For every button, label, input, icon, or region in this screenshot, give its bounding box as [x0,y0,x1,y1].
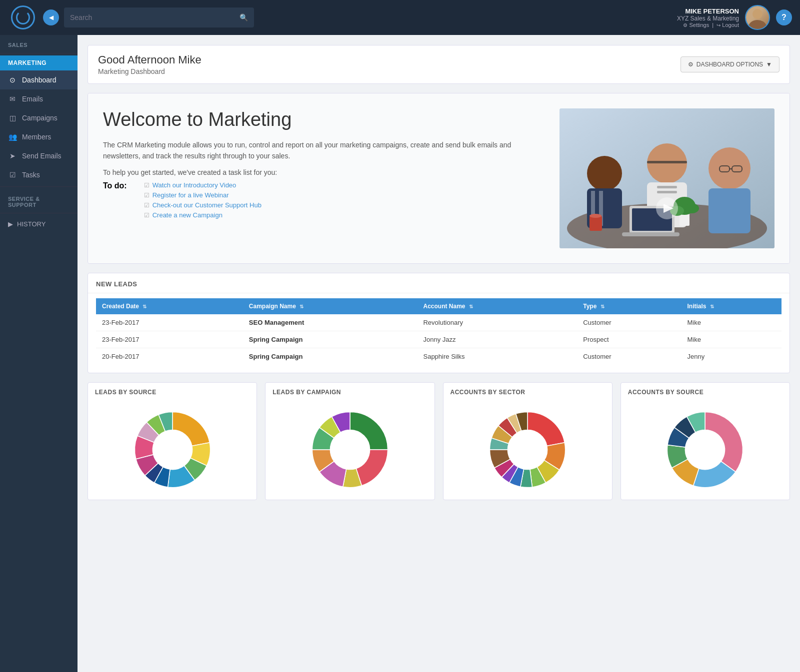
chart-accounts-by-source: ACCOUNTS BY SOURCE [620,382,790,500]
sort-icon: ⇅ [469,304,473,309]
sidebar-item-label: Send Emails [22,152,62,160]
divider-service [0,186,78,187]
cell-campaign-name: Spring Campaign [243,331,418,348]
welcome-banner-card: Welcome to Marketing The CRM Marketing m… [88,93,790,264]
welcome-text: Welcome to Marketing The CRM Marketing m… [103,108,560,248]
content-area: Good Afternoon Mike Marketing Dashboard … [78,35,800,672]
sidebar-section-marketing: MARKETING [0,55,78,70]
nav-back-button[interactable]: ◀ [43,9,59,25]
col-campaign-name[interactable]: Campaign Name ⇅ [243,298,418,314]
cell-created-date: 23-Feb-2017 [96,314,243,331]
sort-icon: ⇅ [600,304,604,309]
list-item[interactable]: ☑Watch our Introductory Video [144,181,262,189]
cell-campaign-name: SEO Management [243,314,418,331]
page-header-text: Good Afternoon Mike Marketing Dashboard [98,53,202,75]
list-item[interactable]: ☑Register for a live Webinar [144,191,262,199]
svg-rect-12 [657,191,677,193]
avatar [745,5,770,30]
logout-link[interactable]: Logout [722,22,739,28]
user-name: MIKE PETERSON [677,7,739,15]
cell-campaign-name: Spring Campaign [243,348,418,365]
sidebar-section-sales: SALES [0,35,78,51]
svg-point-1 [748,20,766,29]
table-row[interactable]: 20-Feb-2017 Spring Campaign Sapphire Sil… [96,348,782,365]
search-icon: 🔍 [240,13,248,21]
svg-point-0 [752,9,762,19]
sidebar-item-dashboard[interactable]: ⊙ Dashboard [0,70,78,89]
svg-rect-20 [622,232,680,236]
check-icon: ☑ [144,202,150,209]
chart-accounts-by-sector: ACCOUNTS BY SECTOR [443,382,612,500]
settings-link[interactable]: Settings [689,22,709,28]
sidebar: SALES MARKETING ⊙ Dashboard ✉ Emails ◫ C… [0,35,78,672]
sidebar-item-emails[interactable]: ✉ Emails [0,89,78,108]
check-icon: ☑ [144,212,150,219]
sort-icon: ⇅ [300,304,304,309]
sidebar-item-history[interactable]: ▶ HISTORY [0,215,78,233]
svg-point-4 [587,156,622,191]
sidebar-item-campaigns[interactable]: ◫ Campaigns [0,108,78,127]
chart-leads-by-campaign: LEADS BY CAMPAIGN [265,382,434,500]
todo-list: ☑Watch our Introductory Video ☑Register … [144,181,262,221]
col-account-name[interactable]: Account Name ⇅ [417,298,577,314]
list-item[interactable]: ☑Create a new Campaign [144,211,262,219]
dashboard-icon: ⊙ [8,76,17,84]
todo-container: To do: ☑Watch our Introductory Video ☑Re… [103,181,544,221]
search-input[interactable] [70,13,240,21]
svg-rect-21 [590,216,602,231]
svg-rect-14 [708,188,750,233]
col-created-date[interactable]: Created Date ⇅ [96,298,243,314]
emails-icon: ✉ [8,95,17,103]
meeting-photo [560,108,774,248]
task-intro: To help you get started, we've created a… [103,168,544,176]
table-body: 23-Feb-2017 SEO Management Revolutionary… [96,314,782,365]
dashboard-options-label: DASHBOARD OPTIONS [696,61,763,68]
chart-area [88,400,256,500]
chart-title: ACCOUNTS BY SECTOR [444,383,612,400]
chart-area [621,400,790,500]
campaigns-icon: ◫ [8,114,17,122]
user-info: MIKE PETERSON XYZ Sales & Marketing ⚙ Se… [677,7,739,28]
logo [8,2,38,32]
greeting: Good Afternoon Mike [98,53,202,66]
table-header-row: Created Date ⇅ Campaign Name ⇅ Account N… [96,298,782,314]
col-type[interactable]: Type ⇅ [577,298,681,314]
table-row[interactable]: 23-Feb-2017 SEO Management Revolutionary… [96,314,782,331]
help-button[interactable]: ? [776,9,792,25]
logo-circle [11,5,35,29]
svg-rect-11 [657,186,677,188]
cell-account-name: Jonny Jazz [417,331,577,348]
dashboard-options-button[interactable]: ⚙ DASHBOARD OPTIONS ▼ [680,56,780,72]
list-item[interactable]: ☑Check-out our Customer Support Hub [144,201,262,209]
svg-rect-9 [647,161,687,163]
chart-area [444,400,612,500]
sidebar-item-send-emails[interactable]: ➤ Send Emails [0,146,78,165]
search-bar: 🔍 [64,7,254,27]
leads-table-container: Created Date ⇅ Campaign Name ⇅ Account N… [88,293,790,373]
cell-created-date: 23-Feb-2017 [96,331,243,348]
welcome-banner: Welcome to Marketing The CRM Marketing m… [88,93,790,263]
chart-leads-by-source: LEADS BY SOURCE [88,382,257,500]
user-links: ⚙ Settings | ↪ Logout [677,22,739,28]
sort-icon: ⇅ [710,304,714,309]
sidebar-item-members[interactable]: 👥 Members [0,127,78,146]
svg-point-26 [685,203,699,213]
leads-card: NEW LEADS Created Date ⇅ Campaign Name ⇅ [88,273,790,373]
welcome-image [560,108,774,248]
sort-icon: ⇅ [142,304,146,309]
sidebar-item-label: Emails [22,95,43,103]
table-row[interactable]: 23-Feb-2017 Spring Campaign Jonny Jazz P… [96,331,782,348]
user-company: XYZ Sales & Marketing [677,15,739,22]
table-head: Created Date ⇅ Campaign Name ⇅ Account N… [96,298,782,314]
divider-sales [0,53,78,53]
cell-created-date: 20-Feb-2017 [96,348,243,365]
charts-row: LEADS BY SOURCE LEADS BY CAMPAIGN ACCOUN… [88,382,790,500]
welcome-title: Welcome to Marketing [103,108,544,131]
divider-history [0,213,78,213]
cell-initials: Mike [681,331,782,348]
col-initials[interactable]: Initials ⇅ [681,298,782,314]
sidebar-item-tasks[interactable]: ☑ Tasks [0,165,78,184]
todo-item-1: Watch our Introductory Video [152,181,236,189]
todo-item-4: Create a new Campaign [152,211,222,219]
cell-initials: Mike [681,314,782,331]
